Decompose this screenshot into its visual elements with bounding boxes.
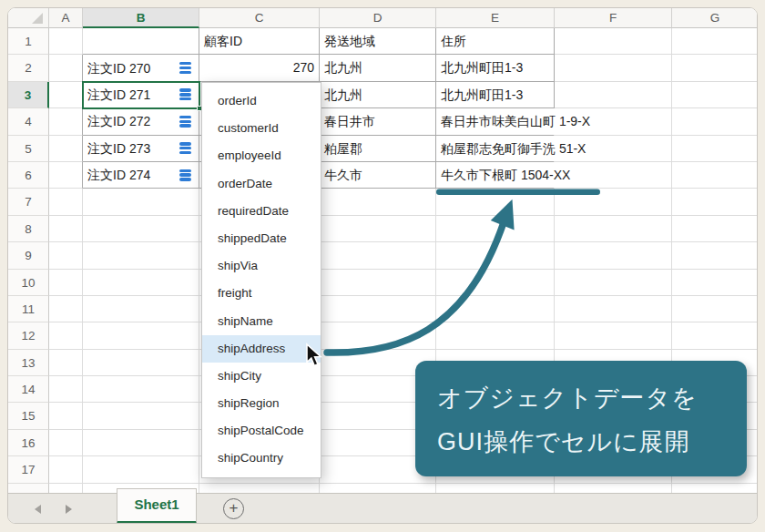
dropdown-item-employeeId[interactable]: employeeId — [202, 142, 321, 169]
cell-D7[interactable] — [320, 189, 436, 215]
prev-sheet-icon[interactable] — [33, 503, 44, 516]
cell-F1[interactable] — [555, 28, 672, 55]
cell-B9[interactable] — [83, 242, 199, 269]
dropdown-item-shipAddress[interactable]: shipAddress — [202, 335, 321, 363]
dropdown-item-shipPostalCode[interactable]: shipPostalCode — [202, 417, 321, 445]
database-icon[interactable] — [179, 169, 191, 181]
row-header-6[interactable]: 6 — [8, 162, 49, 189]
cell-A9[interactable] — [49, 242, 83, 269]
cell-B11[interactable] — [83, 296, 199, 322]
cell-G5[interactable] — [672, 136, 758, 162]
cell-G7[interactable] — [672, 189, 758, 215]
cell-B1[interactable] — [83, 28, 199, 55]
dropdown-item-freight[interactable]: freight — [202, 280, 321, 307]
next-sheet-icon[interactable] — [63, 503, 74, 516]
cell-D11[interactable] — [320, 296, 436, 322]
cell-G2[interactable] — [672, 55, 758, 81]
cell-A13[interactable] — [49, 350, 83, 376]
cell-G1[interactable] — [672, 28, 758, 55]
cell-E8[interactable] — [436, 216, 555, 242]
row-header-7[interactable]: 7 — [8, 189, 49, 215]
cell-A15[interactable] — [49, 403, 83, 429]
row-header-1[interactable]: 1 — [8, 28, 49, 55]
cell-B15[interactable] — [83, 403, 199, 429]
cell-G9[interactable] — [672, 242, 758, 269]
cell-B6[interactable]: 注文ID 274 — [83, 162, 199, 189]
dropdown-item-shipRegion[interactable]: shipRegion — [202, 390, 321, 417]
cell-A10[interactable] — [49, 270, 83, 296]
database-icon[interactable] — [179, 116, 191, 128]
cell-D12[interactable] — [320, 322, 436, 349]
cell-E7[interactable] — [436, 189, 555, 215]
cell-F2[interactable] — [555, 55, 672, 81]
row-header-9[interactable]: 9 — [8, 242, 49, 269]
row-header-16[interactable]: 16 — [8, 430, 49, 456]
row-header-13[interactable]: 13 — [8, 350, 49, 376]
database-icon[interactable] — [179, 142, 191, 154]
select-all-button[interactable] — [8, 8, 49, 28]
column-header-E[interactable]: E — [436, 8, 555, 28]
cell-D8[interactable] — [320, 216, 436, 242]
row-header-14[interactable]: 14 — [8, 376, 49, 403]
cell-F9[interactable] — [555, 242, 672, 269]
cell-D10[interactable] — [320, 270, 436, 296]
cell-G4[interactable] — [672, 108, 758, 135]
cell-E6[interactable]: 牛久市下根町 1504-XX — [436, 162, 555, 189]
cell-B17[interactable] — [83, 456, 199, 483]
cell-B7[interactable] — [83, 189, 199, 215]
add-sheet-button plus-circle-icon[interactable]: + — [223, 498, 244, 519]
cell-F12[interactable] — [555, 322, 672, 349]
cell-C1[interactable]: 顧客ID — [199, 28, 320, 55]
cell-A1[interactable] — [49, 28, 83, 55]
cell-C2[interactable]: 270 — [199, 55, 320, 81]
cell-E9[interactable] — [436, 242, 555, 269]
cell-F10[interactable] — [555, 270, 672, 296]
cell-D6[interactable]: 牛久市 — [320, 162, 436, 189]
cell-D9[interactable] — [320, 242, 436, 269]
cell-F8[interactable] — [555, 216, 672, 242]
cell-E5[interactable]: 粕屋郡志免町御手洗 51-X — [436, 136, 555, 162]
column-header-G[interactable]: G — [672, 8, 758, 28]
cell-B5[interactable]: 注文ID 273 — [83, 136, 199, 162]
cell-G10[interactable] — [672, 270, 758, 296]
cell-B8[interactable] — [83, 216, 199, 242]
database-icon[interactable] — [179, 88, 191, 100]
cell-D3[interactable]: 北九州 — [320, 82, 436, 108]
cell-G8[interactable] — [672, 216, 758, 242]
row-header-8[interactable]: 8 — [8, 216, 49, 242]
cell-G12[interactable] — [672, 322, 758, 349]
column-header-C[interactable]: C — [199, 8, 320, 28]
cell-F3[interactable] — [555, 82, 672, 108]
column-header-D[interactable]: D — [320, 8, 436, 28]
cell-G11[interactable] — [672, 296, 758, 322]
dropdown-item-shipName[interactable]: shipName — [202, 308, 321, 335]
dropdown-item-shipVia[interactable]: shipVia — [202, 252, 321, 280]
cell-E2[interactable]: 北九州町田1-3 — [436, 55, 555, 81]
dropdown-item-shipCity[interactable]: shipCity — [202, 363, 321, 390]
row-header-15[interactable]: 15 — [8, 403, 49, 429]
cell-A5[interactable] — [49, 136, 83, 162]
dropdown-item-orderId[interactable]: orderId — [202, 87, 321, 115]
dropdown-item-shipCountry[interactable]: shipCountry — [202, 445, 321, 472]
row-header-11[interactable]: 11 — [8, 296, 49, 322]
cell-F6[interactable] — [555, 162, 672, 189]
row-header-4[interactable]: 4 — [8, 108, 49, 135]
dropdown-item-requiredDate[interactable]: requiredDate — [202, 198, 321, 225]
cell-D5[interactable]: 粕屋郡 — [320, 136, 436, 162]
row-header-10[interactable]: 10 — [8, 270, 49, 296]
cell-B2[interactable]: 注文ID 270 — [83, 55, 199, 81]
cell-D2[interactable]: 北九州 — [320, 55, 436, 81]
row-header-2[interactable]: 2 — [8, 55, 49, 81]
cell-E3[interactable]: 北九州町田1-3 — [436, 82, 555, 108]
cell-E10[interactable] — [436, 270, 555, 296]
cell-B3[interactable]: 注文ID 271 — [83, 82, 199, 108]
cell-A14[interactable] — [49, 376, 83, 403]
cell-E1[interactable]: 住所 — [436, 28, 555, 55]
cell-A8[interactable] — [49, 216, 83, 242]
cell-A3[interactable] — [49, 82, 83, 108]
row-header-17[interactable]: 17 — [8, 456, 49, 483]
cell-A2[interactable] — [49, 55, 83, 81]
cell-D1[interactable]: 発送地域 — [320, 28, 436, 55]
cell-A16[interactable] — [49, 430, 83, 456]
cell-D4[interactable]: 春日井市 — [320, 108, 436, 135]
